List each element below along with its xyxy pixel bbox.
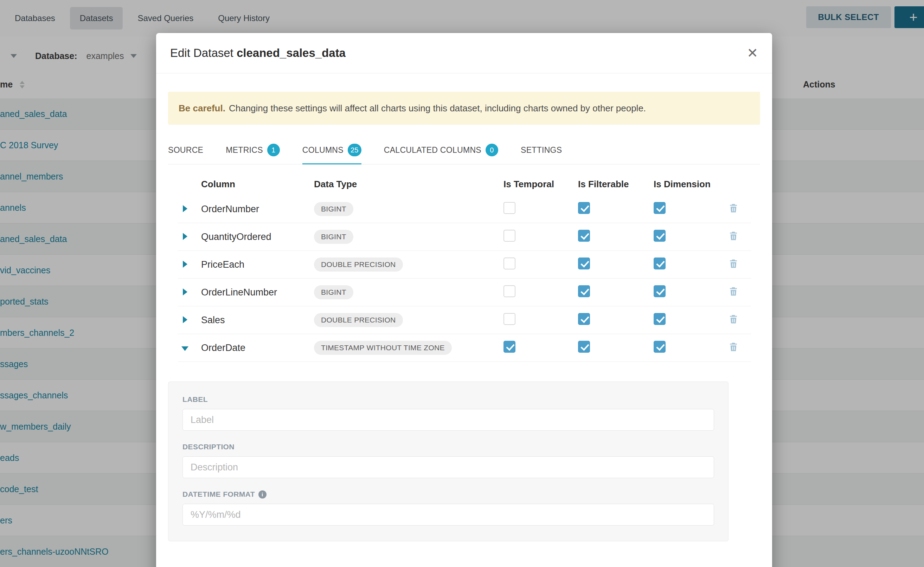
- modal-tabs: SOURCE METRICS 1 COLUMNS 25 CALCULATED C…: [168, 139, 760, 164]
- header-is-temporal: Is Temporal: [504, 179, 578, 190]
- warning-banner: Be careful. Changing these settings will…: [168, 92, 760, 125]
- is-temporal-checkbox[interactable]: [504, 313, 515, 325]
- delete-column-icon[interactable]: [728, 286, 739, 297]
- expand-toggle[interactable]: [178, 231, 196, 242]
- is-filterable-checkbox[interactable]: [578, 202, 590, 214]
- data-type-pill: BIGINT: [314, 285, 354, 299]
- label-field-group: LABEL: [182, 395, 714, 442]
- caret-right-icon: [183, 316, 187, 323]
- is-dimension-checkbox[interactable]: [654, 202, 665, 214]
- data-type-pill: BIGINT: [314, 230, 354, 244]
- caret-right-icon: [183, 261, 187, 268]
- column-name: PriceEach: [196, 259, 307, 270]
- caret-down-icon: [181, 346, 188, 351]
- modal-header: Edit Dataset cleaned_sales_data ✕: [156, 33, 772, 74]
- tab-label: SETTINGS: [521, 146, 562, 155]
- tab-metrics[interactable]: METRICS 1: [226, 139, 280, 164]
- is-filterable-checkbox[interactable]: [578, 341, 590, 353]
- is-filterable-checkbox[interactable]: [578, 230, 590, 242]
- column-row: PriceEach DOUBLE PRECISION: [178, 251, 751, 279]
- column-row: OrderLineNumber BIGINT: [178, 279, 751, 306]
- label-input[interactable]: [182, 409, 714, 431]
- column-detail-panel: LABEL DESCRIPTION DATETIME FORMAT i: [168, 381, 728, 542]
- warning-banner-text: Changing these settings will affect all …: [229, 103, 646, 114]
- tab-count-badge: 0: [486, 144, 498, 156]
- is-dimension-checkbox[interactable]: [654, 285, 665, 297]
- caret-right-icon: [183, 205, 187, 212]
- expand-toggle[interactable]: [178, 204, 196, 214]
- is-filterable-checkbox[interactable]: [578, 313, 590, 325]
- column-name: OrderNumber: [196, 204, 307, 214]
- close-icon[interactable]: ✕: [747, 46, 758, 60]
- is-temporal-checkbox[interactable]: [504, 285, 515, 297]
- column-name: OrderLineNumber: [196, 287, 307, 298]
- is-temporal-checkbox[interactable]: [504, 341, 515, 353]
- tab-count-badge: 25: [348, 144, 361, 156]
- datetime-format-field-group: DATETIME FORMAT i: [182, 490, 714, 525]
- header-data-type: Data Type: [307, 179, 504, 190]
- is-dimension-checkbox[interactable]: [654, 313, 665, 325]
- caret-right-icon: [183, 233, 187, 240]
- tab-count-badge: 1: [267, 144, 280, 156]
- datetime-format-field-label: DATETIME FORMAT i: [182, 490, 714, 498]
- column-row: Sales DOUBLE PRECISION: [178, 306, 751, 334]
- expand-toggle[interactable]: [178, 287, 196, 298]
- description-field-group: DESCRIPTION: [182, 442, 714, 490]
- header-is-dimension: Is Dimension: [654, 179, 728, 190]
- edit-dataset-modal: Edit Dataset cleaned_sales_data ✕ Be car…: [156, 33, 772, 567]
- expand-toggle[interactable]: [178, 315, 196, 326]
- delete-column-icon[interactable]: [728, 230, 739, 242]
- delete-column-icon[interactable]: [728, 314, 739, 325]
- is-dimension-checkbox[interactable]: [654, 341, 665, 353]
- column-name: Sales: [196, 315, 307, 326]
- data-type-pill: DOUBLE PRECISION: [314, 313, 403, 327]
- data-type-pill: DOUBLE PRECISION: [314, 258, 403, 272]
- is-dimension-checkbox[interactable]: [654, 230, 665, 242]
- column-row: OrderNumber BIGINT: [178, 195, 751, 223]
- tab-label: CALCULATED COLUMNS: [384, 146, 482, 155]
- is-temporal-checkbox[interactable]: [504, 230, 515, 242]
- columns-table: Column Data Type Is Temporal Is Filterab…: [178, 173, 751, 362]
- tab-columns[interactable]: COLUMNS 25: [302, 139, 361, 164]
- modal-title-dataset-name: cleaned_sales_data: [236, 46, 346, 59]
- delete-column-icon[interactable]: [728, 202, 739, 214]
- column-name: OrderDate: [196, 342, 307, 353]
- data-type-pill: TIMESTAMP WITHOUT TIME ZONE: [314, 341, 452, 355]
- is-temporal-checkbox[interactable]: [504, 202, 515, 214]
- info-icon[interactable]: i: [259, 490, 266, 498]
- modal-title: Edit Dataset cleaned_sales_data: [170, 46, 346, 60]
- expand-toggle[interactable]: [178, 259, 196, 270]
- caret-right-icon: [183, 288, 187, 296]
- header-is-filterable: Is Filterable: [578, 179, 654, 190]
- data-type-pill: BIGINT: [314, 202, 354, 216]
- tab-label: SOURCE: [168, 146, 203, 155]
- tab-settings[interactable]: SETTINGS: [521, 139, 562, 164]
- datetime-format-input[interactable]: [182, 504, 714, 525]
- delete-column-icon[interactable]: [728, 258, 739, 269]
- delete-column-icon[interactable]: [728, 341, 739, 352]
- warning-banner-bold: Be careful.: [179, 103, 226, 114]
- columns-table-header: Column Data Type Is Temporal Is Filterab…: [178, 173, 751, 195]
- is-filterable-checkbox[interactable]: [578, 258, 590, 270]
- column-row: OrderDate TIMESTAMP WITHOUT TIME ZONE: [178, 334, 751, 362]
- tab-calculated-columns[interactable]: CALCULATED COLUMNS 0: [384, 139, 498, 164]
- tab-source[interactable]: SOURCE: [168, 139, 203, 164]
- tab-label: METRICS: [226, 146, 263, 155]
- modal-title-prefix: Edit Dataset: [170, 46, 233, 59]
- is-filterable-checkbox[interactable]: [578, 285, 590, 297]
- description-input[interactable]: [182, 456, 714, 478]
- modal-body: Be careful. Changing these settings will…: [156, 92, 772, 542]
- tab-label: COLUMNS: [302, 146, 343, 155]
- is-temporal-checkbox[interactable]: [504, 258, 515, 270]
- expand-toggle[interactable]: [178, 342, 196, 353]
- header-column: Column: [196, 179, 307, 190]
- column-row: QuantityOrdered BIGINT: [178, 223, 751, 251]
- label-field-label: LABEL: [182, 395, 714, 404]
- column-name: QuantityOrdered: [196, 231, 307, 242]
- description-field-label: DESCRIPTION: [182, 442, 714, 451]
- is-dimension-checkbox[interactable]: [654, 258, 665, 270]
